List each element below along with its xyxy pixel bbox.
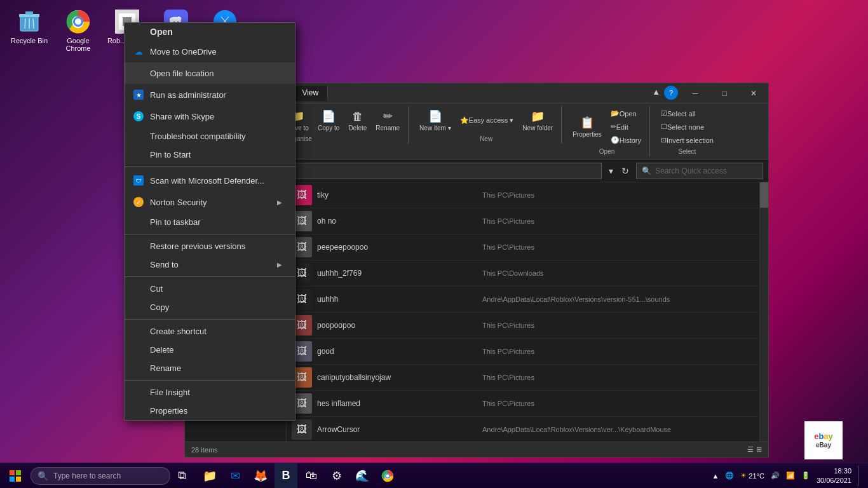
menu-item-norton[interactable]: ✓ Norton Security ▶ — [125, 191, 295, 213]
nav-refresh-button[interactable]: ↻ — [618, 165, 632, 177]
menu-item-pin-start[interactable]: Pin to Start — [125, 146, 295, 164]
ebay-widget[interactable]: ebay eBay — [804, 421, 843, 459]
select-group-label: Select — [679, 148, 696, 155]
taskbar-b-app[interactable]: B — [275, 463, 297, 489]
svg-point-31 — [386, 474, 390, 477]
sun-icon: ☀ — [740, 471, 747, 480]
network-tray-icon[interactable]: 🌐 — [725, 471, 734, 480]
taskbar-file-explorer[interactable]: 📁 — [198, 463, 221, 489]
file-list-scrollbar[interactable] — [759, 182, 768, 442]
menu-item-open-location[interactable]: Open file location — [125, 62, 295, 84]
run-admin-icon: ★ — [132, 88, 145, 101]
ribbon-collapse-btn[interactable]: ▲ — [648, 86, 664, 101]
view-list-button[interactable]: ☰ — [747, 445, 754, 454]
menu-item-pin-taskbar[interactable]: Pin to taskbar — [125, 213, 295, 231]
status-bar: 28 items ☰ ⊞ — [185, 442, 768, 457]
battery-tray-icon[interactable]: 🔋 — [801, 471, 810, 480]
copy-to-icon: 📄 — [322, 109, 336, 123]
delete-button[interactable]: 🗑 Delete — [345, 108, 370, 133]
file-name: uuhhh — [317, 295, 482, 304]
file-row[interactable]: 🖼 uuhhh Andre\AppData\Local\Roblox\Versi… — [287, 287, 759, 313]
menu-item-restore-versions[interactable]: Restore previous versions — [125, 237, 295, 255]
ebay-logo: ebay — [814, 432, 833, 440]
select-none-button[interactable]: ☐ Select none — [658, 121, 707, 133]
file-row[interactable]: 🖼 peepeepoopoo This PC\Pictures — [287, 234, 759, 261]
task-view-button[interactable]: ⧉ — [170, 463, 193, 489]
separator-1 — [125, 166, 295, 167]
taskbar-mail[interactable]: ✉ — [224, 463, 247, 489]
open-group-label: Open — [599, 148, 614, 155]
menu-item-share-skype[interactable]: S Share with Skype — [125, 105, 295, 127]
menu-create-shortcut-label: Create shortcut — [150, 327, 282, 336]
invert-selection-button[interactable]: ⊡ Invert selection — [658, 134, 717, 146]
file-row[interactable]: 🖼 ArrowCursor Andre\AppData\Local\Roblox… — [287, 417, 759, 442]
file-icon: 🖼 — [297, 189, 307, 201]
show-desktop-button[interactable] — [858, 466, 862, 486]
taskbar-edge[interactable]: 🌊 — [351, 463, 374, 489]
file-row[interactable]: 🖼 good This PC\Pictures — [287, 339, 759, 365]
speakers-tray-icon[interactable]: 🔊 — [771, 471, 780, 480]
menu-item-cut[interactable]: Cut — [125, 280, 295, 298]
history-button[interactable]: 🕐 History — [607, 134, 644, 146]
taskbar-store[interactable]: 🛍 — [300, 463, 323, 489]
search-bar[interactable]: 🔍 Search Quick access — [636, 163, 763, 179]
defender-icon: 🛡 — [132, 174, 145, 187]
maximize-button[interactable]: □ — [710, 83, 739, 104]
easy-access-button[interactable]: ⭐ Easy access ▾ — [457, 114, 517, 126]
taskbar-settings-icon[interactable]: ⚙ — [325, 463, 348, 489]
menu-item-copy[interactable]: Copy — [125, 298, 295, 316]
menu-item-send-to[interactable]: Send to ▶ — [125, 255, 295, 274]
file-row[interactable]: 🖼 poopoopoo This PC\Pictures — [287, 313, 759, 339]
menu-item-properties[interactable]: Properties — [125, 402, 295, 420]
close-button[interactable]: ✕ — [739, 83, 768, 104]
properties-icon: 📋 — [580, 116, 594, 130]
file-row[interactable]: 🖼 uuhhh_2f769 This PC\Downloads — [287, 261, 759, 287]
copy-to-button[interactable]: 📄 Copy to — [315, 107, 342, 133]
menu-item-create-shortcut[interactable]: Create shortcut — [125, 322, 295, 341]
file-row[interactable]: 🖼 caniputyoballsinyojaw This PC\Pictures — [287, 365, 759, 391]
view-grid-button[interactable]: ⊞ — [756, 445, 762, 454]
file-explorer-icon: 📁 — [203, 469, 217, 483]
menu-item-file-insight[interactable]: File Insight — [125, 383, 295, 402]
file-name: tiky — [317, 191, 482, 200]
desktop-icon-recycle-bin[interactable]: Recycle Bin — [6, 6, 52, 55]
properties-button[interactable]: 📋 Properties — [569, 114, 605, 140]
menu-item-run-admin[interactable]: ★ Run as administrator — [125, 84, 295, 105]
rename-button[interactable]: ✏ Rename — [372, 107, 403, 133]
menu-item-troubleshoot[interactable]: Troubleshoot compatibility — [125, 127, 295, 146]
file-row[interactable]: 🖼 hes inflamed This PC\Pictures — [287, 391, 759, 417]
menu-item-move-onedrive[interactable]: ☁ Move to OneDrive — [125, 41, 295, 62]
taskbar-chrome[interactable] — [376, 463, 399, 489]
new-folder-button[interactable]: 📁 New folder — [519, 107, 556, 133]
norton-icon: ✓ — [132, 196, 145, 208]
new-group-label: New — [480, 135, 492, 142]
minimize-button[interactable]: ─ — [681, 83, 710, 104]
taskbar-search[interactable]: 🔍 Type here to search — [31, 467, 170, 485]
svg-text:★: ★ — [136, 92, 142, 98]
open-ribbon-button[interactable]: 📂 Open — [607, 107, 644, 119]
select-all-button[interactable]: ☑ Select all — [658, 107, 699, 119]
menu-item-rename[interactable]: Rename — [125, 359, 295, 377]
taskbar-clock[interactable]: 18:30 30/06/2021 — [817, 466, 851, 485]
file-name: good — [317, 347, 482, 356]
recycle-bin-label: Recycle Bin — [11, 37, 48, 44]
desktop-icon-chrome[interactable]: Google Chrome — [55, 6, 101, 55]
file-row[interactable]: 🖼 oh no This PC\Pictures — [287, 208, 759, 234]
menu-item-scan-defender[interactable]: 🛡 Scan with Microsoft Defender... — [125, 170, 295, 191]
edit-button[interactable]: ✏ Edit — [607, 121, 644, 133]
svg-rect-2 — [25, 11, 33, 15]
file-row[interactable]: 🖼 tiky This PC\Pictures — [287, 182, 759, 208]
start-button[interactable] — [0, 463, 31, 489]
nav-dropdown-button[interactable]: ▾ — [606, 165, 616, 177]
new-item-button[interactable]: 📄 New item ▾ — [416, 107, 454, 133]
tab-view[interactable]: View — [293, 86, 328, 101]
show-hidden-icons[interactable]: ▲ — [712, 472, 719, 480]
menu-item-delete[interactable]: Delete — [125, 341, 295, 359]
network-tray-icon2[interactable]: 📶 — [786, 471, 795, 480]
file-name: caniputyoballsinyojaw — [317, 373, 482, 382]
menu-pin-taskbar-label: Pin to taskbar — [150, 217, 282, 227]
weather-tray[interactable]: ☀ 21°C — [740, 471, 764, 480]
taskbar-firefox[interactable]: 🦊 — [249, 463, 272, 489]
help-button[interactable]: ? — [664, 86, 678, 100]
menu-item-open[interactable]: Open — [125, 23, 295, 41]
